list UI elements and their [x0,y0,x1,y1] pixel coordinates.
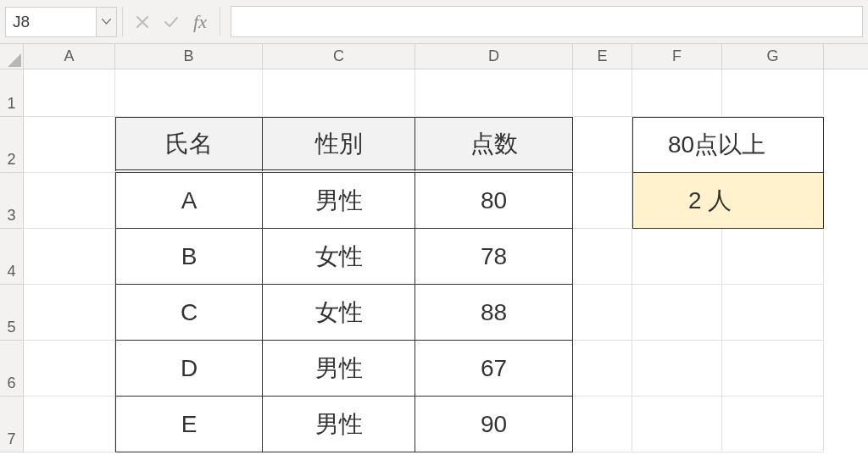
table-header-gender[interactable]: 性別 [263,117,415,173]
row-header-label: 6 [7,374,15,392]
name-box[interactable]: J8 [5,7,97,37]
cell[interactable] [722,341,824,397]
table-cell-name[interactable]: A [115,173,263,229]
column-header-label: E [597,47,607,65]
column-header[interactable]: C [263,44,415,69]
cell[interactable] [24,173,115,229]
cell[interactable] [415,69,573,117]
column-header-label: D [488,47,499,65]
column-header[interactable]: A [24,44,115,69]
table-cell-gender[interactable]: 女性 [263,229,415,285]
table-cell-name[interactable]: E [115,397,263,452]
table-cell-gender[interactable]: 男性 [263,341,415,397]
cell[interactable] [573,229,632,285]
cell[interactable] [722,397,824,452]
table-cell-name[interactable]: C [115,285,263,341]
column-header-label: G [766,47,778,65]
summary-value-cell[interactable]: 2 人 [722,173,824,229]
formula-input[interactable] [231,6,863,37]
cell[interactable] [24,285,115,341]
column-header[interactable]: B [115,44,263,69]
cell-value: 女性 [315,297,363,329]
cell[interactable] [632,397,722,452]
table-cell-name[interactable]: B [115,229,263,285]
column-header-label: A [64,47,74,65]
row-header[interactable]: 2 [0,117,24,173]
cell[interactable] [632,285,722,341]
row-header-label: 1 [7,95,15,113]
cell[interactable] [722,229,824,285]
spreadsheet-grid[interactable]: A B C D E F G 1 2 氏名 性別 点数 80点以上 [0,44,868,466]
column-header[interactable]: E [573,44,632,69]
row-header[interactable]: 3 [0,173,24,229]
cell[interactable] [632,229,722,285]
row-header[interactable]: 6 [0,341,24,397]
grid-row: 2 氏名 性別 点数 80点以上 [0,117,868,173]
cell[interactable] [24,117,115,173]
row-header[interactable]: 1 [0,69,24,117]
cell[interactable] [24,397,115,452]
cell[interactable] [722,69,824,117]
row-header[interactable]: 5 [0,285,24,341]
column-header[interactable]: G [722,44,824,69]
cell[interactable] [573,397,632,452]
cell[interactable] [573,173,632,229]
row-header[interactable]: 4 [0,229,24,285]
cell[interactable] [24,69,115,117]
fx-icon: fx [193,11,207,33]
cell-value: 2 人 [688,185,732,217]
column-header[interactable]: D [415,44,573,69]
insert-function-button[interactable]: fx [186,0,214,43]
column-header-label: B [183,47,193,65]
cell[interactable] [24,341,115,397]
table-cell-gender[interactable]: 男性 [263,397,415,452]
table-cell-gender[interactable]: 男性 [263,173,415,229]
grid-row: 4 B 女性 78 [0,229,868,285]
row-header[interactable]: 7 [0,397,24,452]
table-cell-name[interactable]: D [115,341,263,397]
cell-value: C [181,299,198,326]
cell[interactable] [115,69,263,117]
summary-label-cell[interactable]: 80点以上 [722,117,824,173]
check-icon [164,16,179,28]
grid-rows: 1 2 氏名 性別 点数 80点以上 3 A 男性 80 [0,69,868,452]
cell[interactable] [573,117,632,173]
grid-row: 1 [0,69,868,117]
separator [220,7,220,36]
column-header[interactable]: F [632,44,722,69]
cell-value: B [181,243,198,270]
table-header-name[interactable]: 氏名 [115,117,263,173]
name-box-dropdown[interactable] [97,7,117,37]
cell[interactable] [632,69,722,117]
cell[interactable] [24,229,115,285]
cell-value: 点数 [470,128,518,160]
table-cell-score[interactable]: 88 [415,285,573,341]
table-cell-gender[interactable]: 女性 [263,285,415,341]
table-header-score[interactable]: 点数 [415,117,573,173]
table-cell-score[interactable]: 78 [415,229,573,285]
grid-row: 5 C 女性 88 [0,285,868,341]
column-header-label: F [672,47,682,65]
row-header-label: 5 [7,319,15,336]
grid-row: 3 A 男性 80 2 人 [0,173,868,229]
enter-button[interactable] [157,0,186,43]
cell-value: 性別 [315,128,363,160]
table-cell-score[interactable]: 67 [415,341,573,397]
cell[interactable] [722,285,824,341]
table-cell-score[interactable]: 80 [415,173,573,229]
select-all-button[interactable] [0,44,24,69]
cell[interactable] [573,285,632,341]
row-header-label: 4 [7,263,15,280]
cell[interactable] [573,69,632,117]
cell[interactable] [632,341,722,397]
x-icon [136,15,149,29]
cell-value: 男性 [315,408,363,441]
cancel-button[interactable] [128,0,157,43]
cell-value: 88 [481,299,507,326]
chevron-down-icon [102,19,111,25]
cell-value: A [181,187,198,214]
cell[interactable] [573,341,632,397]
table-cell-score[interactable]: 90 [415,397,573,452]
cell[interactable] [263,69,415,117]
cell-value: 男性 [315,185,363,217]
